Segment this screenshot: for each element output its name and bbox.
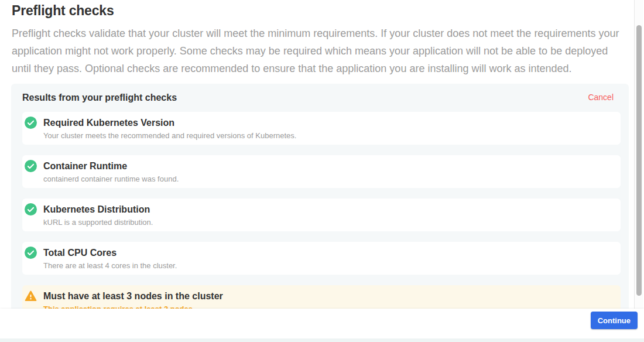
check-message: There are at least 4 cores in the cluste… (43, 261, 177, 271)
check-message: kURL is a supported distribution. (43, 217, 153, 228)
cancel-link[interactable]: Cancel (588, 92, 614, 103)
continue-button[interactable]: Continue (591, 312, 638, 329)
check-message: containerd container runtime was found. (43, 174, 179, 184)
check-text: Required Kubernetes Version Your cluster… (43, 117, 296, 141)
card-header: Results from your preflight checks Cance… (22, 92, 621, 103)
preflight-results-card: Results from your preflight checks Cance… (11, 84, 629, 324)
check-title: Container Runtime (43, 160, 179, 172)
check-circle-icon (25, 203, 37, 216)
check-circle-icon (25, 117, 37, 129)
check-circle-icon (25, 247, 37, 259)
check-title: Total CPU Cores (43, 247, 177, 259)
footer-bar: Continue (0, 309, 644, 338)
scrollbar-track[interactable] (634, 0, 643, 309)
check-title: Must have at least 3 nodes in the cluste… (43, 290, 223, 302)
bottom-strip (0, 338, 644, 342)
checks-list: Required Kubernetes Version Your cluster… (22, 112, 621, 318)
check-text: Container Runtime containerd container r… (43, 160, 179, 184)
check-text: Kubernetes Distribution kURL is a suppor… (43, 203, 153, 228)
warning-triangle-icon (25, 290, 37, 302)
check-row-container-runtime: Container Runtime containerd container r… (22, 155, 621, 188)
check-row-kubernetes-distribution: Kubernetes Distribution kURL is a suppor… (22, 199, 621, 231)
page-title: Preflight checks (12, 3, 114, 19)
check-row-total-cpu-cores: Total CPU Cores There are at least 4 cor… (22, 242, 621, 275)
check-title: Required Kubernetes Version (43, 117, 296, 129)
check-row-required-kubernetes-version: Required Kubernetes Version Your cluster… (22, 112, 621, 145)
check-circle-icon (25, 160, 37, 172)
scrollbar-thumb[interactable] (636, 25, 642, 296)
results-heading: Results from your preflight checks (22, 92, 177, 103)
check-message: Your cluster meets the recommended and r… (43, 131, 296, 141)
check-title: Kubernetes Distribution (43, 203, 153, 216)
page-description: Preflight checks validate that your clus… (12, 25, 626, 77)
check-text: Total CPU Cores There are at least 4 cor… (43, 247, 177, 271)
